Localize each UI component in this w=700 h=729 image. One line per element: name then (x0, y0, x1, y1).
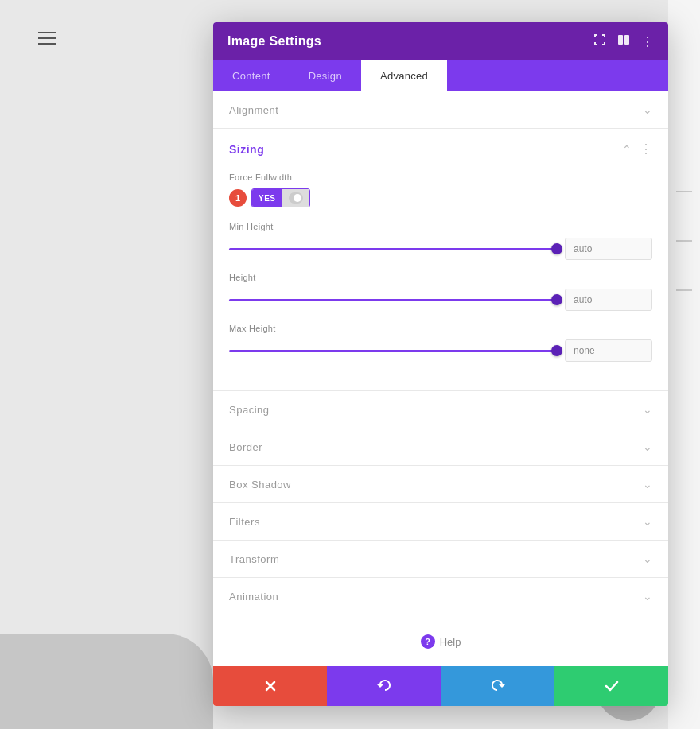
height-fill (229, 299, 557, 301)
alignment-chevron-icon: ⌄ (643, 103, 652, 116)
box-shadow-header[interactable]: Box Shadow ⌄ (213, 466, 668, 502)
border-chevron-icon: ⌄ (643, 440, 652, 453)
min-height-fill (229, 248, 557, 250)
modal-title: Image Settings (228, 34, 321, 48)
alignment-header[interactable]: Alignment ⌄ (213, 91, 668, 128)
box-shadow-title: Box Shadow (229, 479, 291, 491)
alignment-title: Alignment (229, 104, 278, 116)
modal-footer (213, 666, 668, 706)
max-height-thumb[interactable] (551, 345, 562, 356)
box-shadow-chevron-icon: ⌄ (643, 478, 652, 491)
sizing-header[interactable]: Sizing ⌃ ⋮ (213, 129, 668, 169)
animation-section: Animation ⌄ (213, 578, 668, 615)
transform-title: Transform (229, 553, 279, 565)
columns-icon[interactable] (617, 33, 630, 49)
force-fullwidth-toggle[interactable]: YES (251, 188, 310, 207)
max-height-track[interactable] (229, 350, 557, 352)
force-fullwidth-label: Force Fullwidth (229, 173, 652, 182)
modal-header: Image Settings ⋮ (213, 22, 668, 60)
image-settings-modal: Image Settings ⋮ Content Design Advanced (213, 22, 668, 706)
min-height-input[interactable]: auto (565, 238, 652, 260)
sidebar-line (676, 289, 692, 291)
tab-content[interactable]: Content (213, 60, 290, 91)
undo-button[interactable] (327, 666, 441, 706)
alignment-section: Alignment ⌄ (213, 91, 668, 129)
animation-title: Animation (229, 591, 278, 603)
height-label: Height (229, 273, 652, 282)
max-height-input[interactable]: none (565, 339, 652, 362)
min-height-track[interactable] (229, 248, 557, 250)
force-fullwidth-field: Force Fullwidth 1 YES (229, 173, 652, 207)
border-title: Border (229, 441, 262, 453)
height-input[interactable]: auto (565, 289, 652, 311)
sidebar-line (676, 191, 692, 192)
toggle-no-label (282, 189, 309, 207)
redo-button[interactable] (441, 666, 554, 706)
border-header[interactable]: Border ⌄ (213, 428, 668, 465)
cancel-button[interactable] (213, 666, 327, 706)
help-text[interactable]: Help (440, 636, 461, 648)
modal-tabs: Content Design Advanced (213, 60, 668, 91)
save-button[interactable] (554, 666, 668, 706)
transform-header[interactable]: Transform ⌄ (213, 541, 668, 577)
filters-chevron-icon: ⌄ (643, 515, 652, 528)
modal-body: Alignment ⌄ Sizing ⌃ ⋮ Force Fullwidth 1 (213, 91, 668, 666)
height-thumb[interactable] (551, 294, 562, 305)
more-icon[interactable]: ⋮ (641, 34, 654, 49)
height-track[interactable] (229, 299, 557, 301)
max-height-label: Max Height (229, 324, 652, 333)
min-height-row: auto (229, 238, 652, 260)
min-height-thumb[interactable] (551, 243, 562, 254)
sizing-chevron-icon: ⌃ (622, 143, 632, 156)
bottom-decoration (0, 634, 213, 729)
header-icons: ⋮ (593, 33, 654, 49)
filters-title: Filters (229, 516, 260, 528)
svg-rect-1 (624, 35, 629, 45)
transform-chevron-icon: ⌄ (643, 553, 652, 565)
sizing-title: Sizing (229, 143, 264, 156)
box-shadow-section: Box Shadow ⌄ (213, 466, 668, 503)
min-height-label: Min Height (229, 222, 652, 231)
spacing-header[interactable]: Spacing ⌄ (213, 391, 668, 428)
hamburger-menu[interactable] (38, 32, 56, 45)
sizing-body: Force Fullwidth 1 YES (213, 169, 668, 390)
min-height-field: Min Height auto (229, 222, 652, 260)
spacing-section: Spacing ⌄ (213, 391, 668, 428)
svg-rect-0 (618, 35, 623, 45)
toggle-yes-label[interactable]: YES (252, 189, 282, 207)
transform-section: Transform ⌄ (213, 541, 668, 578)
force-fullwidth-toggle-container: 1 YES (229, 188, 652, 207)
filters-header[interactable]: Filters ⌄ (213, 503, 668, 540)
tab-advanced[interactable]: Advanced (361, 60, 447, 91)
height-field: Height auto (229, 273, 652, 311)
help-icon: ? (421, 634, 435, 649)
max-height-fill (229, 350, 557, 352)
help-row: ? Help (213, 615, 668, 666)
filters-section: Filters ⌄ (213, 503, 668, 541)
spacing-chevron-icon: ⌄ (643, 403, 652, 416)
border-section: Border ⌄ (213, 428, 668, 466)
fullscreen-icon[interactable] (593, 33, 606, 49)
animation-chevron-icon: ⌄ (643, 590, 652, 603)
max-height-field: Max Height none (229, 324, 652, 362)
sizing-more-icon[interactable]: ⋮ (640, 142, 652, 157)
height-row: auto (229, 289, 652, 311)
spacing-title: Spacing (229, 404, 269, 416)
force-fullwidth-badge: 1 (229, 189, 247, 207)
sizing-icons: ⌃ ⋮ (622, 142, 652, 157)
sizing-section: Sizing ⌃ ⋮ Force Fullwidth 1 YES (213, 129, 668, 391)
sidebar-line (676, 240, 692, 242)
tab-design[interactable]: Design (290, 60, 361, 91)
max-height-row: none (229, 339, 652, 362)
animation-header[interactable]: Animation ⌄ (213, 578, 668, 615)
right-sidebar (668, 0, 700, 729)
